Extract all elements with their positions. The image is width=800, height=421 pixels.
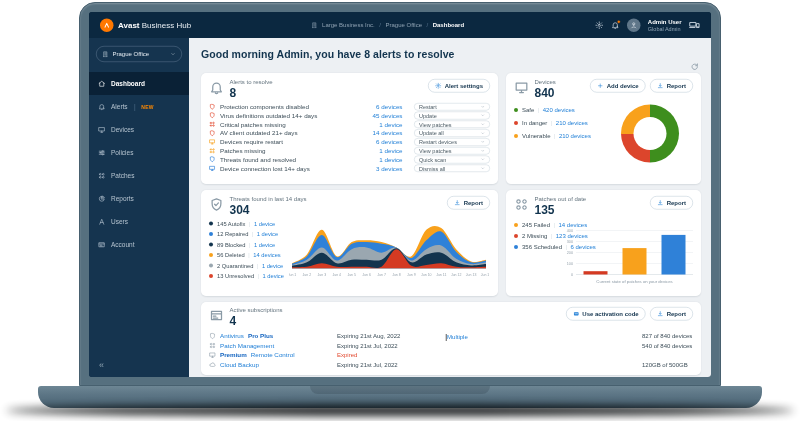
threats-legend-link[interactable]: 1 device (262, 263, 283, 269)
alert-action-select[interactable]: Quick scan (414, 156, 490, 164)
alert-devices-link[interactable]: 45 devices (356, 112, 403, 119)
alert-action-select[interactable]: View patches (414, 147, 490, 155)
refresh-icon[interactable] (691, 62, 700, 71)
alert-settings-button[interactable]: Alert settings (428, 79, 490, 93)
devices-donut-chart (621, 104, 679, 162)
alert-devices-link[interactable]: 6 devices (356, 138, 403, 145)
person-icon (630, 21, 638, 29)
threats-card-label: Threats found in last 14 days (230, 196, 307, 203)
devices-legend-item: Vulnerable | 210 devices (514, 129, 591, 142)
subscription-multiple-link[interactable]: Multiple (447, 333, 468, 340)
download-icon (657, 83, 664, 90)
building-icon (102, 51, 109, 58)
devices-legend-link[interactable]: 420 devices (543, 106, 575, 113)
sidebar-item-policies[interactable]: Policies (89, 141, 189, 164)
settings-gear-icon[interactable] (595, 21, 604, 30)
device-switcher-icon[interactable] (689, 20, 700, 31)
alert-row: Virus definitions outdated 14+ days 45 d… (209, 111, 490, 120)
devices-legend-link[interactable]: 210 devices (556, 119, 588, 126)
alert-action-select[interactable]: Update all (414, 129, 490, 137)
legend-dot (209, 232, 213, 236)
devices-legend-link[interactable]: 210 devices (559, 132, 591, 139)
breadcrumb-item[interactable]: Dashboard (433, 22, 464, 29)
alert-devices-link[interactable]: 1 device (356, 156, 403, 163)
alert-devices-link[interactable]: 14 devices (356, 130, 403, 137)
notifications-bell-icon[interactable] (611, 21, 620, 30)
chev-icon (170, 51, 176, 57)
alert-action-select[interactable]: View patches (414, 120, 490, 128)
avatar[interactable] (627, 18, 641, 32)
subscription-row: Cloud Backup Expiring 21st Jul, 2022 120… (209, 360, 693, 370)
alert-row: AV client outdated 21+ days 14 devices U… (209, 129, 490, 138)
threats-legend-item: 89 Blocked | 1 device (209, 239, 288, 250)
svg-text:Jun 13: Jun 13 (466, 272, 477, 276)
patch-icon (209, 147, 216, 154)
sidebar-item-devices[interactable]: Devices (89, 118, 189, 141)
alert-row: Patches missing 1 device View patches (209, 146, 490, 155)
legend-dot (209, 243, 213, 247)
subscription-name[interactable]: Patch Management (209, 342, 333, 349)
sidebar-collapse-button[interactable]: « (99, 360, 104, 371)
bell-icon (209, 80, 224, 95)
sidebar-item-account[interactable]: Account (89, 233, 189, 256)
refresh-icon (691, 62, 700, 71)
org-selector[interactable]: Prague Office (96, 46, 182, 62)
threats-legend-link[interactable]: 1 device (257, 231, 278, 237)
alert-label: Devices require restart (220, 138, 351, 145)
patch-icon (209, 342, 216, 349)
subscription-name[interactable]: Antivirus Pro Plus (209, 333, 333, 340)
subscription-usage: 120GB of 500GB (633, 361, 693, 368)
alert-label: Critical patches missing (220, 121, 351, 128)
alert-action-select[interactable]: Update (414, 112, 490, 120)
threats-legend-link[interactable]: 14 devices (253, 252, 280, 258)
monitor-icon (209, 139, 216, 146)
svg-text:Jun 1: Jun 1 (289, 272, 296, 276)
svg-text:Jun 14: Jun 14 (481, 272, 489, 276)
alert-row: Device connection lost 14+ days 3 device… (209, 164, 490, 173)
threats-legend-link[interactable]: 1 device (263, 273, 284, 279)
patches-card: Patches out of date 135 Report 245 (506, 190, 701, 296)
laptop-icon (689, 20, 700, 31)
subscription-row: Antivirus Pro Plus Expiring 21st Aug, 20… (209, 331, 693, 341)
threats-legend-link[interactable]: 1 device (254, 221, 275, 227)
subscriptions-report-button[interactable]: Report (650, 307, 693, 321)
devices-legend-item: Safe | 420 devices (514, 103, 591, 116)
alert-action-select[interactable]: Restart devices (414, 138, 490, 146)
brand-text: Avast Business Hub (118, 21, 191, 30)
alert-devices-link[interactable]: 1 device (356, 121, 403, 128)
alert-devices-link[interactable]: 6 devices (356, 103, 403, 110)
alert-action-select[interactable]: Dismiss all (414, 164, 490, 172)
devices-report-button[interactable]: Report (650, 79, 693, 93)
breadcrumb-item[interactable]: Prague Office (385, 22, 422, 29)
threats-report-button[interactable]: Report (447, 196, 490, 210)
sidebar-item-alerts[interactable]: Alerts |NEW (89, 95, 189, 118)
alert-action-select[interactable]: Restart (414, 103, 490, 111)
use-activation-code-button[interactable]: Use activation code (566, 307, 646, 321)
svg-text:200: 200 (567, 251, 573, 255)
svg-text:100: 100 (567, 262, 573, 266)
legend-dot (209, 222, 213, 226)
subscription-name[interactable]: Cloud Backup (209, 361, 333, 368)
user-icon (98, 218, 106, 226)
breadcrumb-item[interactable]: Large Business Inc. (322, 22, 375, 29)
sidebar-item-patches[interactable]: Patches (89, 164, 189, 187)
monitor-icon (209, 352, 216, 359)
threats-card: Threats found in last 14 days 304 Report (201, 190, 498, 296)
svg-text:Jun 2: Jun 2 (303, 272, 312, 276)
svg-text:300: 300 (567, 240, 573, 244)
subscription-name[interactable]: Premium Remote Control (209, 352, 333, 359)
patches-count: 135 (535, 203, 587, 216)
sidebar-item-users[interactable]: Users (89, 210, 189, 233)
alert-devices-link[interactable]: 1 device (356, 147, 403, 154)
user-name: Admin User (648, 18, 682, 25)
svg-text:Jun 5: Jun 5 (347, 272, 356, 276)
legend-dot (209, 253, 213, 257)
patches-report-button[interactable]: Report (650, 196, 693, 210)
sidebar-item-reports[interactable]: Reports (89, 187, 189, 210)
subscriptions-count: 4 (230, 314, 283, 327)
alert-devices-link[interactable]: 3 devices (356, 165, 403, 172)
add-device-button[interactable]: Add device (590, 79, 646, 93)
threats-legend-link[interactable]: 1 device (254, 242, 275, 248)
sidebar-item-dashboard[interactable]: Dashboard (89, 72, 189, 95)
shield-icon (209, 333, 216, 340)
